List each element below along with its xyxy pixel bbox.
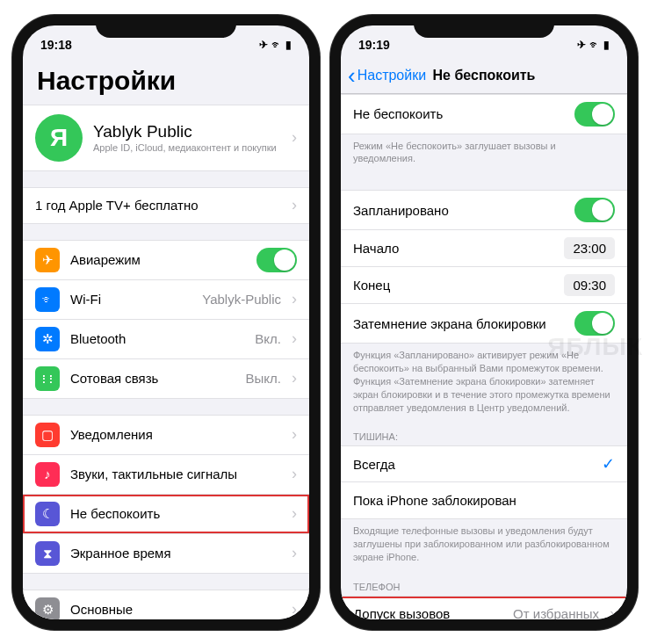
settings-row-уведомления[interactable]: ▢Уведомления› [23, 415, 309, 455]
moon-icon: ☾ [35, 502, 60, 526]
sounds-icon: ♪ [35, 462, 60, 487]
chevron-icon: › [610, 604, 615, 619]
dnd-toggle[interactable] [574, 102, 615, 127]
row-label: Bluetooth [70, 331, 244, 346]
always-label: Всегда [353, 457, 591, 472]
scheduled-footer: Функция «Запланировано» активирует режим… [341, 344, 627, 423]
battery-icon: ▮ [285, 39, 292, 51]
chevron-icon: › [292, 600, 297, 619]
back-label: Настройки [358, 68, 426, 83]
battery-icon: ▮ [603, 39, 610, 51]
chevron-icon: › [292, 425, 297, 444]
status-time: 19:18 [40, 38, 72, 52]
silence-footer: Входящие телефонные вызовы и уведомления… [341, 519, 627, 573]
screen-right: 19:19 ✈ ᯤ ▮ Настройки Не беспокоить Не б… [341, 25, 627, 619]
settings-row-авиарежим[interactable]: ✈Авиарежим [23, 240, 309, 280]
settings-row-сотовая-связь[interactable]: ⫶⫶Сотовая связьВыкл.› [23, 359, 309, 399]
phone-header: Телефон [341, 573, 627, 596]
start-label: Начало [353, 241, 553, 256]
settings-row-звуки-тактильные-сигналы[interactable]: ♪Звуки, тактильные сигналы› [23, 455, 309, 495]
wifi-status-icon: ᯤ [589, 39, 600, 51]
row-value: Выкл. [246, 371, 281, 386]
notch [96, 15, 236, 38]
silence-header: Тишина: [341, 423, 627, 445]
allow-value: От избранных [513, 606, 599, 619]
settings-row-bluetooth[interactable]: ✲BluetoothВкл.› [23, 320, 309, 359]
bluetooth-icon: ✲ [35, 327, 60, 351]
avatar: Я [35, 114, 83, 162]
end-time-cell[interactable]: Конец 09:30 [341, 267, 627, 304]
airplane-status-icon: ✈ [577, 39, 586, 51]
screen-left: 19:18 ✈ ᯤ ▮ Настройки Я Yablyk Public Ap… [23, 25, 309, 619]
row-label: Wi-Fi [70, 292, 191, 307]
notifications-icon: ▢ [35, 423, 60, 447]
settings-row-не-беспокоить[interactable]: ☾Не беспокоить› [23, 495, 309, 534]
row-label: Звуки, тактильные сигналы [70, 467, 281, 481]
settings-row-основные[interactable]: ⚙Основные› [23, 590, 309, 619]
wifi-icon: ᯤ [35, 287, 60, 312]
locked-label: Пока iPhone заблокирован [353, 493, 615, 508]
scheduled-toggle[interactable] [574, 198, 615, 222]
status-icons: ✈ ᯤ ▮ [259, 39, 292, 51]
silence-locked-cell[interactable]: Пока iPhone заблокирован [341, 482, 627, 519]
scheduled-cell[interactable]: Запланировано [341, 190, 627, 230]
chevron-icon: › [292, 329, 297, 348]
end-label: Конец [353, 278, 553, 293]
page-title: Настройки [23, 59, 309, 105]
dnd-label: Не беспокоить [353, 106, 564, 121]
chevron-icon: › [292, 128, 297, 147]
checkmark-icon: ✓ [602, 454, 615, 474]
chevron-icon: › [292, 465, 297, 483]
row-label: Авиарежим [70, 252, 246, 267]
appletv-promo-cell[interactable]: 1 год Apple TV+ бесплатно › [23, 187, 309, 224]
wifi-status-icon: ᯤ [271, 39, 282, 51]
profile-sub: Apple ID, iCloud, медиаконтент и покупки [93, 142, 281, 153]
phone-frame-right: ЯБЛЫК 19:19 ✈ ᯤ ▮ Настройки Не беспокоит… [330, 15, 638, 630]
allow-label: Допуск вызовов [353, 606, 502, 619]
dim-label: Затемнение экрана блокировки [353, 316, 564, 331]
row-label: Сотовая связь [70, 371, 235, 386]
row-label: Уведомления [70, 427, 281, 442]
allow-calls-cell[interactable]: Допуск вызовов От избранных › [341, 596, 627, 619]
dim-toggle[interactable] [574, 311, 615, 336]
chevron-icon: › [292, 290, 297, 308]
chevron-icon: › [292, 544, 297, 562]
row-toggle[interactable] [256, 248, 297, 272]
settings-row-экранное-время[interactable]: ⧗Экранное время› [23, 534, 309, 574]
dnd-toggle-cell[interactable]: Не беспокоить [341, 94, 627, 134]
row-value: Вкл. [255, 331, 281, 346]
row-label: Основные [70, 602, 281, 617]
notch [414, 15, 554, 38]
settings-scroll[interactable]: Настройки Я Yablyk Public Apple ID, iClo… [23, 59, 309, 619]
screentime-icon: ⧗ [35, 541, 60, 566]
airplane-status-icon: ✈ [259, 39, 268, 51]
apple-id-cell[interactable]: Я Yablyk Public Apple ID, iCloud, медиак… [23, 105, 309, 171]
status-time: 19:19 [358, 38, 390, 52]
phone-frame-left: 19:18 ✈ ᯤ ▮ Настройки Я Yablyk Public Ap… [12, 15, 320, 630]
back-button[interactable]: Настройки [348, 64, 426, 87]
row-value: Yablyk-Public [202, 292, 281, 307]
airplane-icon: ✈ [35, 248, 60, 272]
cellular-icon: ⫶⫶ [35, 366, 60, 391]
chevron-icon: › [292, 369, 297, 387]
silence-always-cell[interactable]: Всегда ✓ [341, 445, 627, 482]
start-time-cell[interactable]: Начало 23:00 [341, 230, 627, 267]
status-icons: ✈ ᯤ ▮ [577, 39, 610, 51]
dim-lockscreen-cell[interactable]: Затемнение экрана блокировки [341, 304, 627, 344]
profile-name: Yablyk Public [93, 122, 281, 141]
dnd-footer: Режим «Не беспокоить» заглушает вызовы и… [341, 134, 627, 175]
appletv-label: 1 год Apple TV+ бесплатно [35, 198, 281, 213]
nav-title: Не беспокоить [433, 68, 536, 83]
dnd-scroll[interactable]: Не беспокоить Режим «Не беспокоить» загл… [341, 94, 627, 619]
row-label: Экранное время [70, 546, 281, 561]
chevron-icon: › [292, 196, 297, 214]
nav-bar: Настройки Не беспокоить [341, 59, 627, 94]
start-value[interactable]: 23:00 [564, 237, 615, 259]
chevron-icon: › [292, 504, 297, 523]
scheduled-label: Запланировано [353, 203, 564, 218]
end-value[interactable]: 09:30 [564, 274, 615, 296]
settings-row-wi-fi[interactable]: ᯤWi-FiYablyk-Public› [23, 280, 309, 320]
general-icon: ⚙ [35, 597, 60, 619]
row-label: Не беспокоить [70, 506, 281, 521]
